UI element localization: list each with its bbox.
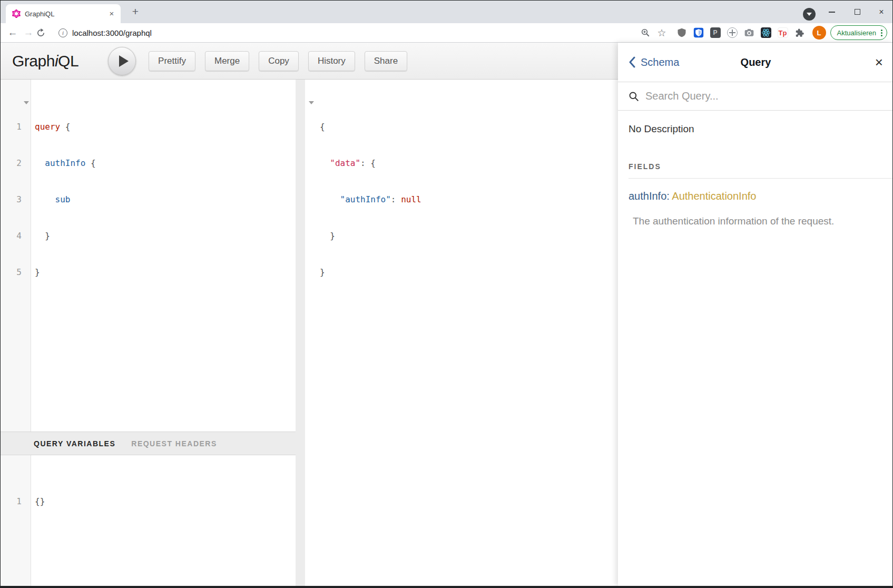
tab-query-variables[interactable]: QUERY VARIABLES	[34, 439, 115, 448]
doc-close-button[interactable]: ×	[875, 55, 883, 69]
code-token: "data"	[320, 158, 360, 168]
navbar-right-icons: ☆ P Tp	[637, 25, 887, 40]
result-viewer[interactable]: { "data": { "authInfo": null } }	[305, 80, 618, 586]
tab-search-button[interactable]	[803, 8, 816, 21]
code-token: : {	[360, 158, 376, 168]
execute-query-button[interactable]	[108, 47, 136, 75]
bookmark-star-icon[interactable]: ☆	[654, 27, 670, 39]
caret-down-icon	[807, 13, 812, 16]
ublock-extension-icon[interactable]	[676, 27, 687, 38]
browser-window: GraphiQL × + × ← → i localhost:3000/grap…	[0, 0, 893, 588]
play-icon	[119, 55, 129, 67]
chrome-update-button[interactable]: Aktualisieren	[830, 25, 887, 40]
code-token: sub	[35, 194, 70, 204]
react-devtools-extension-icon[interactable]	[761, 27, 771, 38]
window-maximize-button[interactable]	[846, 1, 869, 23]
new-tab-button[interactable]: +	[128, 5, 143, 19]
history-button[interactable]: History	[308, 51, 355, 71]
window-minimize-button[interactable]	[820, 1, 843, 23]
result-json: { "data": { "authInfo": null } }	[305, 80, 421, 302]
line-number: 3	[1, 193, 22, 205]
extensions-puzzle-icon[interactable]	[794, 27, 805, 38]
variables-code[interactable]: {}	[31, 455, 65, 532]
update-label: Aktualisieren	[837, 29, 876, 37]
prettify-button[interactable]: Prettify	[149, 51, 195, 71]
back-button[interactable]: ←	[5, 27, 21, 38]
code-token: {	[320, 122, 325, 132]
tab-close-icon[interactable]: ×	[107, 9, 116, 18]
pane-resizer[interactable]	[296, 80, 305, 586]
line-number: 1	[1, 495, 22, 507]
query-code[interactable]: query { authInfo { sub } }	[31, 80, 96, 302]
forward-button[interactable]: →	[21, 27, 36, 38]
address-bar[interactable]: i localhost:3000/graphql	[58, 28, 637, 37]
doc-field-colon: :	[666, 190, 672, 202]
doc-fields-heading: FIELDS	[629, 162, 883, 171]
close-icon: ×	[879, 7, 884, 17]
code-token: {	[60, 122, 70, 132]
doc-field-type-link[interactable]: AuthenticationInfo	[672, 190, 756, 202]
search-icon	[629, 91, 639, 102]
minimize-icon	[829, 12, 835, 13]
doc-title: Query	[618, 56, 893, 68]
line-number: 1	[1, 121, 22, 133]
browser-tab[interactable]: GraphiQL ×	[6, 4, 121, 23]
secondary-editor-tabs: QUERY VARIABLES REQUEST HEADERS	[1, 432, 296, 455]
code-token: "authInfo"	[320, 194, 391, 204]
graphql-favicon-icon	[12, 9, 21, 18]
code-token: {}	[35, 496, 45, 506]
p-extension-icon[interactable]: P	[710, 27, 721, 38]
line-number: 4	[1, 230, 22, 242]
query-editor-gutter: 1 2 3 4 5	[1, 80, 31, 432]
graphiql-toolbar: GraphiQL Prettify Merge Copy History Sha…	[1, 43, 618, 80]
doc-search-row	[618, 82, 893, 111]
code-token: }	[320, 267, 325, 277]
merge-button[interactable]: Merge	[205, 51, 249, 71]
menu-dots-icon	[881, 32, 882, 34]
doc-field-row: authInfo: AuthenticationInfo	[629, 190, 883, 202]
query-variables-editor[interactable]: 1 {}	[1, 455, 296, 586]
line-number: 5	[1, 266, 22, 278]
share-button[interactable]: Share	[365, 51, 407, 71]
bitwarden-extension-icon[interactable]	[693, 27, 704, 38]
tab-title: GraphiQL	[25, 10, 107, 18]
line-number: 2	[1, 157, 22, 169]
window-close-button[interactable]: ×	[870, 1, 893, 23]
variables-editor-gutter: 1	[1, 455, 31, 586]
code-token: }	[35, 267, 40, 277]
profile-avatar[interactable]: L	[812, 26, 826, 40]
code-token: :	[391, 194, 401, 204]
fold-arrow-icon[interactable]	[24, 101, 29, 104]
page-info-icon[interactable]: i	[58, 28, 67, 37]
code-token: null	[401, 194, 421, 204]
tab-request-headers[interactable]: REQUEST HEADERS	[131, 439, 217, 448]
tab-strip: GraphiQL × + ×	[1, 1, 892, 23]
browser-navbar: ← → i localhost:3000/graphql ☆	[1, 23, 892, 43]
url-text: localhost:3000/graphql	[72, 28, 152, 37]
maximize-icon	[855, 9, 860, 15]
reload-icon	[36, 28, 45, 37]
crosshair-extension-icon[interactable]	[727, 27, 738, 38]
zoom-level-button[interactable]	[637, 28, 654, 37]
camera-extension-icon[interactable]	[744, 27, 754, 38]
doc-body: No Description FIELDS authInfo: Authenti…	[618, 111, 893, 227]
doc-field-description: The authentication information of the re…	[633, 215, 883, 227]
zoom-icon	[641, 28, 650, 37]
code-token: }	[35, 231, 50, 241]
doc-explorer: Schema Query × No Description FIELDS aut…	[618, 43, 893, 586]
doc-explorer-header: Schema Query ×	[618, 43, 893, 82]
code-token: query	[35, 122, 60, 132]
query-editor[interactable]: 1 2 3 4 5 query { authInfo { sub } }	[1, 80, 296, 432]
doc-search-input[interactable]	[645, 90, 846, 102]
code-token: }	[320, 231, 335, 241]
divider	[629, 178, 893, 179]
graphiql-logo: GraphiQL	[12, 52, 78, 70]
copy-button[interactable]: Copy	[259, 51, 299, 71]
doc-field-name-link[interactable]: authInfo	[629, 190, 666, 202]
tp-extension-icon[interactable]: Tp	[778, 27, 788, 38]
code-token: authInfo	[35, 158, 85, 168]
code-token: {	[85, 158, 95, 168]
doc-no-description: No Description	[629, 123, 883, 135]
reload-button[interactable]	[36, 28, 52, 37]
